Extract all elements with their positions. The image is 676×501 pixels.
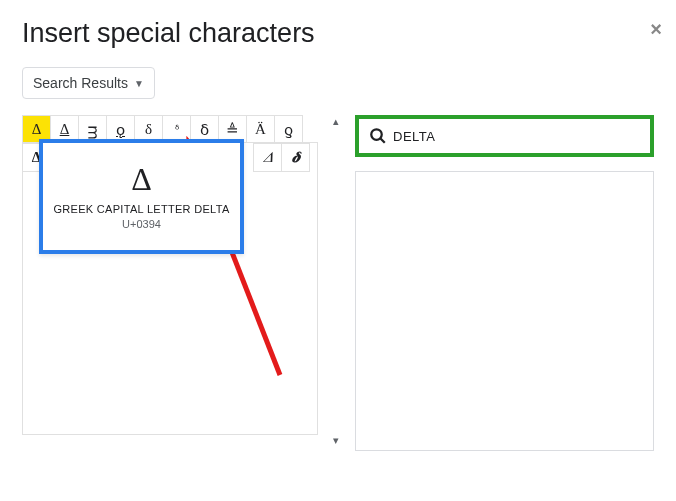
draw-glyph-area[interactable] <box>355 171 654 451</box>
search-box[interactable] <box>355 115 654 157</box>
svg-line-1 <box>380 138 385 143</box>
scroll-down-icon[interactable]: ▾ <box>328 434 343 449</box>
char-grid-container: Δ Δ ᴟ ǫ δ ᵟ ẟ ≜ Ä ƍ Δ 𝛥 𝜹 <box>22 115 318 143</box>
svg-point-0 <box>371 129 382 140</box>
search-input[interactable] <box>393 129 640 144</box>
tooltip-char-name: GREEK CAPITAL LETTER DELTA <box>53 203 229 215</box>
close-button[interactable]: × <box>650 18 662 41</box>
scroll-up-icon[interactable]: ▴ <box>328 115 343 130</box>
char-cell[interactable]: 𝜹 <box>281 143 310 172</box>
insert-special-chars-dialog: × Insert special characters Search Resul… <box>0 0 676 501</box>
char-cell[interactable]: ƍ <box>274 115 303 144</box>
scrollbar[interactable]: ▴ ▾ <box>328 115 345 449</box>
right-column <box>355 115 654 451</box>
tooltip-unicode: U+0394 <box>122 218 161 230</box>
char-cell[interactable]: 𝛥 <box>253 143 282 172</box>
char-preview-tooltip: Δ GREEK CAPITAL LETTER DELTA U+0394 <box>39 139 244 254</box>
main-content-row: Δ Δ ᴟ ǫ δ ᵟ ẟ ≜ Ä ƍ Δ 𝛥 𝜹 <box>22 115 654 451</box>
dropdown-label: Search Results <box>33 75 128 91</box>
category-dropdown[interactable]: Search Results ▼ <box>22 67 155 99</box>
char-cell[interactable]: Ä <box>246 115 275 144</box>
caret-down-icon: ▼ <box>134 78 144 89</box>
search-icon <box>369 127 387 145</box>
tooltip-glyph: Δ <box>131 163 152 195</box>
dialog-title: Insert special characters <box>22 18 654 49</box>
results-panel: Δ Δ ᴟ ǫ δ ᵟ ẟ ≜ Ä ƍ Δ 𝛥 𝜹 <box>22 115 318 451</box>
